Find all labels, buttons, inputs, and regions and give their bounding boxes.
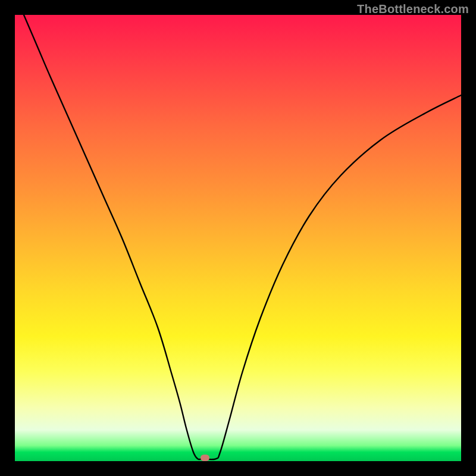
- minimum-marker: [201, 455, 209, 461]
- watermark-text: TheBottleneck.com: [357, 2, 469, 16]
- chart-plot-area: [15, 15, 461, 461]
- bottleneck-curve: [15, 15, 461, 461]
